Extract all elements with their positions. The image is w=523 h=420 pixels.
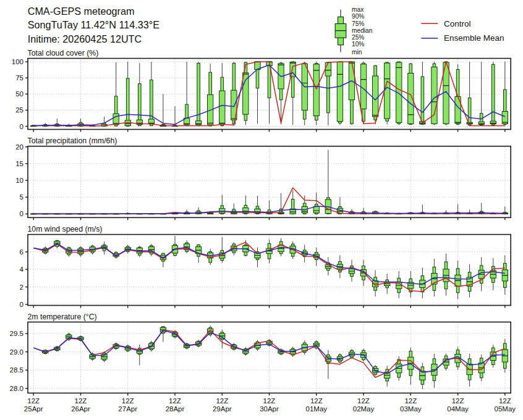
svg-text:Control: Control <box>444 19 471 28</box>
svg-text:29.0: 29.0 <box>10 348 23 356</box>
svg-text:50: 50 <box>15 90 23 98</box>
svg-text:01May: 01May <box>306 405 328 413</box>
svg-text:12Z: 12Z <box>357 397 370 405</box>
svg-text:0: 0 <box>20 123 23 130</box>
svg-text:max: max <box>352 6 364 13</box>
svg-text:SongTuTay 11.42°N 114.33°E: SongTuTay 11.42°N 114.33°E <box>28 19 160 30</box>
svg-text:02May: 02May <box>353 405 375 413</box>
svg-text:2m temperature (°C): 2m temperature (°C) <box>28 313 97 321</box>
svg-text:12Z: 12Z <box>499 397 511 405</box>
svg-text:12Z: 12Z <box>452 397 464 405</box>
svg-text:29Apr: 29Apr <box>213 405 232 413</box>
svg-text:12Z: 12Z <box>169 397 181 405</box>
svg-text:28.5: 28.5 <box>10 366 23 374</box>
svg-text:75: 75 <box>15 74 23 82</box>
svg-text:12Z: 12Z <box>263 397 276 405</box>
svg-text:29.5: 29.5 <box>10 330 23 337</box>
svg-text:10m wind speed (m/s): 10m wind speed (m/s) <box>28 225 103 233</box>
svg-text:05May: 05May <box>495 405 516 413</box>
svg-text:12Z: 12Z <box>216 397 228 405</box>
svg-text:26Apr: 26Apr <box>71 405 90 413</box>
svg-text:median: median <box>352 27 372 34</box>
svg-text:min: min <box>352 49 362 56</box>
svg-text:0: 0 <box>20 210 23 217</box>
svg-text:12Z: 12Z <box>75 397 87 405</box>
svg-text:30Apr: 30Apr <box>260 405 279 413</box>
svg-text:04May: 04May <box>447 405 469 413</box>
svg-text:27Apr: 27Apr <box>118 405 137 413</box>
svg-text:4: 4 <box>20 266 24 273</box>
svg-text:10%: 10% <box>352 41 364 48</box>
svg-text:12Z: 12Z <box>27 397 40 405</box>
svg-text:6: 6 <box>20 248 23 256</box>
svg-text:20: 20 <box>15 143 23 151</box>
svg-text:03May: 03May <box>400 405 422 413</box>
svg-text:Total precipitation (mm/6h): Total precipitation (mm/6h) <box>28 136 117 145</box>
svg-text:5: 5 <box>20 193 23 201</box>
svg-text:Initime: 20260425 12UTC: Initime: 20260425 12UTC <box>28 33 142 44</box>
svg-text:28.0: 28.0 <box>10 385 23 392</box>
svg-text:15: 15 <box>15 160 23 167</box>
svg-text:90%: 90% <box>352 13 364 20</box>
svg-text:25Apr: 25Apr <box>24 405 43 413</box>
svg-text:Ensemble Mean: Ensemble Mean <box>444 33 504 43</box>
svg-text:12Z: 12Z <box>404 397 417 405</box>
svg-text:28Apr: 28Apr <box>166 405 185 413</box>
svg-text:0: 0 <box>20 301 23 308</box>
svg-text:10: 10 <box>15 177 23 184</box>
svg-text:100: 100 <box>12 58 23 65</box>
svg-text:CMA-GEPS meteogram: CMA-GEPS meteogram <box>28 6 135 17</box>
svg-text:25%: 25% <box>352 34 364 41</box>
svg-text:12Z: 12Z <box>122 397 134 405</box>
svg-text:75%: 75% <box>352 20 364 27</box>
svg-text:2: 2 <box>20 284 23 291</box>
svg-text:12Z: 12Z <box>310 397 323 405</box>
svg-text:Total cloud cover (%): Total cloud cover (%) <box>28 49 99 57</box>
svg-text:25: 25 <box>15 106 23 114</box>
